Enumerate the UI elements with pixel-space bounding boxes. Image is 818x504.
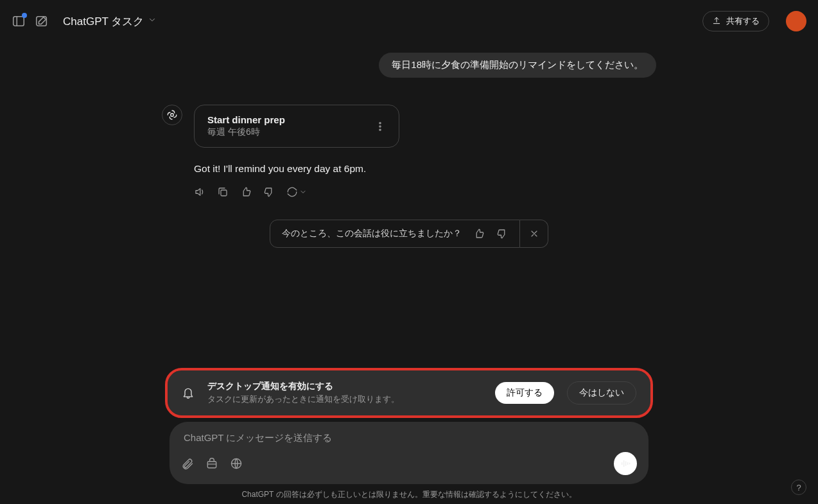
thumbs-up-button[interactable] — [240, 186, 252, 198]
task-schedule: 毎週 午後6時 — [207, 126, 285, 138]
user-avatar[interactable] — [786, 11, 806, 31]
feedback-thumbs-down-button[interactable] — [496, 228, 508, 239]
new-chat-button[interactable] — [35, 14, 49, 28]
upload-icon — [712, 16, 721, 27]
feedback-close-button[interactable] — [520, 220, 548, 248]
voice-input-button[interactable] — [614, 452, 637, 475]
task-title: Start dinner prep — [207, 114, 285, 125]
disclaimer-text: ChatGPT の回答は必ずしも正しいとは限りません。重要な情報は確認するように… — [241, 484, 576, 504]
svg-rect-7 — [207, 462, 216, 468]
user-message-row: 毎日18時に夕食の準備開始のリマインドをしてください。 — [162, 53, 656, 78]
web-search-button[interactable] — [230, 457, 243, 470]
read-aloud-button[interactable] — [194, 186, 205, 198]
model-selector[interactable]: ChatGPT タスク — [63, 14, 157, 29]
assistant-message-text: Got it! I'll remind you every day at 6pm… — [194, 163, 656, 175]
svg-rect-6 — [221, 190, 227, 196]
assistant-message-row: Start dinner prep 毎週 午後6時 Got it! I'll r… — [162, 105, 656, 198]
svg-rect-0 — [13, 17, 24, 26]
task-menu-button[interactable] — [374, 121, 386, 132]
share-label: 共有する — [726, 15, 760, 27]
bell-icon — [182, 387, 195, 399]
svg-point-2 — [171, 114, 174, 117]
user-message-bubble: 毎日18時に夕食の準備開始のリマインドをしてください。 — [379, 53, 656, 78]
conversation-area: 毎日18時に夕食の準備開始のリマインドをしてください。 Start dinner… — [162, 35, 656, 248]
svg-point-4 — [379, 125, 381, 126]
sidebar-toggle-button[interactable] — [12, 14, 26, 28]
thumbs-down-button[interactable] — [263, 186, 275, 198]
tools-button[interactable] — [205, 457, 218, 470]
feedback-thumbs-up-button[interactable] — [473, 228, 485, 239]
top-bar: ChatGPT タスク 共有する — [0, 0, 818, 35]
allow-notifications-button[interactable]: 許可する — [495, 382, 554, 404]
message-composer — [170, 422, 648, 484]
regenerate-button[interactable] — [286, 186, 307, 198]
message-input[interactable] — [181, 432, 637, 452]
svg-point-3 — [379, 122, 381, 123]
notification-subtitle: タスクに更新があったときに通知を受け取ります。 — [207, 394, 482, 405]
message-actions — [194, 186, 656, 198]
attach-button[interactable] — [181, 457, 194, 470]
feedback-prompt-row: 今のところ、この会話は役に立ちましたか？ — [162, 220, 656, 248]
assistant-avatar-icon — [162, 105, 182, 125]
svg-point-5 — [379, 129, 381, 130]
deny-notifications-button[interactable]: 今はしない — [567, 381, 636, 404]
share-button[interactable]: 共有する — [702, 11, 769, 31]
feedback-card: 今のところ、この会話は役に立ちましたか？ — [270, 220, 520, 248]
help-button[interactable]: ? — [791, 480, 806, 495]
feedback-prompt-text: 今のところ、この会話は役に立ちましたか？ — [282, 228, 462, 239]
task-card[interactable]: Start dinner prep 毎週 午後6時 — [194, 105, 399, 148]
bottom-area: デスクトップ通知を有効にする タスクに更新があったときに通知を受け取ります。 許… — [0, 370, 818, 504]
copy-button[interactable] — [217, 186, 229, 198]
page-title: ChatGPT タスク — [63, 14, 144, 29]
chevron-down-icon — [148, 15, 157, 28]
notification-title: デスクトップ通知を有効にする — [207, 381, 482, 392]
notification-dot-icon — [22, 13, 27, 18]
notification-banner: デスクトップ通知を有効にする タスクに更新があったときに通知を受け取ります。 許… — [168, 370, 650, 415]
